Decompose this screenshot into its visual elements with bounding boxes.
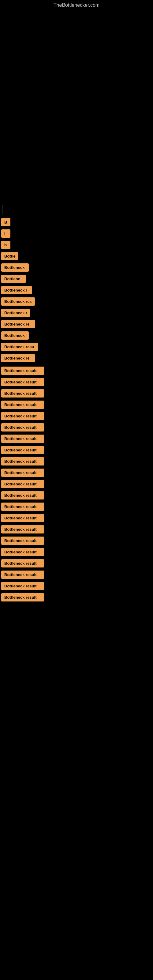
list-item: Bottleneck r (1, 308, 153, 318)
list-item: Bottleneck result (1, 547, 153, 557)
list-item: Bottleneck result (1, 479, 153, 489)
list-item: Bottleneck re (1, 353, 153, 363)
bottleneck-label-13: Bottleneck result (1, 503, 44, 511)
bottleneck-label-3: Bottleneck result (1, 389, 44, 398)
bottleneck-label-p3: b (1, 241, 10, 249)
list-item: Bottleneck result (1, 558, 153, 568)
bottleneck-label-p7: Bottleneck r (1, 286, 32, 294)
bottleneck-label-15: Bottleneck result (1, 525, 44, 533)
bottleneck-label-21: Bottleneck result (1, 593, 44, 601)
bottleneck-label-17: Bottleneck result (1, 548, 44, 556)
top-spacer (0, 8, 153, 204)
list-item: Bottleneck result (1, 593, 153, 602)
bottleneck-label-10: Bottleneck result (1, 469, 44, 477)
list-item: Bottleneck result (1, 411, 153, 421)
list-item: Bottleneck result (1, 491, 153, 500)
bottleneck-label-18: Bottleneck result (1, 559, 44, 568)
bottleneck-label-8: Bottleneck result (1, 446, 44, 454)
bottleneck-label-p11: Bottleneck (1, 331, 29, 340)
list-item: Bottleneck result (1, 389, 153, 398)
bottleneck-label-19: Bottleneck result (1, 571, 44, 579)
bottleneck-label-14: Bottleneck result (1, 514, 44, 522)
list-item: Bottleneck result (1, 423, 153, 432)
bottleneck-label-p1: B (1, 218, 10, 226)
bottleneck-results-list: Bottleneck resultBottleneck resultBottle… (1, 366, 153, 602)
list-item: Bottleneck result (1, 525, 153, 534)
site-title: TheBottlenecker.com (54, 0, 99, 11)
bottleneck-label-p10: Bottleneck re (1, 320, 35, 328)
bottleneck-label-2: Bottleneck result (1, 378, 44, 386)
list-item: Bottle (1, 251, 153, 261)
list-item: Bottleneck result (1, 400, 153, 409)
bottleneck-label-p5: Bottleneck (1, 263, 29, 272)
bottleneck-label-12: Bottleneck result (1, 491, 44, 500)
bottleneck-label-p8: Bottleneck res (1, 298, 35, 305)
list-item: Bottleneck result (1, 536, 153, 546)
bottleneck-label-p12: Bottleneck resu (1, 343, 38, 351)
list-item: B (1, 218, 153, 227)
bottleneck-label-7: Bottleneck result (1, 434, 44, 443)
list-item: Bottleneck result (1, 434, 153, 444)
list-item: Bottleneck re (1, 320, 153, 329)
list-item: Bottleneck result (1, 377, 153, 387)
bottleneck-label-p6: Bottlene (1, 275, 26, 283)
list-item: I (1, 229, 153, 238)
bottleneck-label-11: Bottleneck result (1, 480, 44, 488)
list-item: Bottleneck res (1, 297, 153, 306)
list-item: Bottlene (1, 274, 153, 283)
list-item: Bottleneck result (1, 468, 153, 477)
bottleneck-label-16: Bottleneck result (1, 536, 44, 545)
list-item: Bottleneck (1, 263, 153, 272)
bottleneck-label-5: Bottleneck result (1, 412, 44, 420)
bottleneck-label-6: Bottleneck result (1, 423, 44, 431)
bottleneck-label-4: Bottleneck result (1, 401, 44, 409)
list-item: Bottleneck result (1, 366, 153, 375)
list-item: Bottleneck result (1, 502, 153, 511)
list-item: Bottleneck (1, 331, 153, 340)
bottleneck-label-1: Bottleneck result (1, 367, 44, 375)
site-title-container: TheBottlenecker.com (0, 0, 153, 8)
partial-items-section: B I b Bottle Bottleneck Bottlene Bottlen… (0, 205, 153, 363)
list-item: Bottleneck result (1, 445, 153, 455)
bottleneck-label-p9: Bottleneck r (1, 309, 30, 317)
bottleneck-label-9: Bottleneck result (1, 457, 44, 466)
list-item: Bottleneck result (1, 581, 153, 591)
full-items-section: Bottleneck resultBottleneck resultBottle… (0, 366, 153, 602)
list-item: Bottleneck result (1, 570, 153, 579)
bottleneck-label-20: Bottleneck result (1, 582, 44, 590)
divider-1 (2, 205, 2, 215)
list-item: Bottleneck resu (1, 342, 153, 352)
list-item: Bottleneck result (1, 457, 153, 466)
list-item: Bottleneck r (1, 285, 153, 295)
list-item: b (1, 240, 153, 250)
bottleneck-label-p4: Bottle (1, 252, 18, 260)
list-item: Bottleneck result (1, 513, 153, 523)
bottleneck-label-p2: I (1, 229, 10, 238)
bottleneck-label-p13: Bottleneck re (1, 354, 35, 362)
